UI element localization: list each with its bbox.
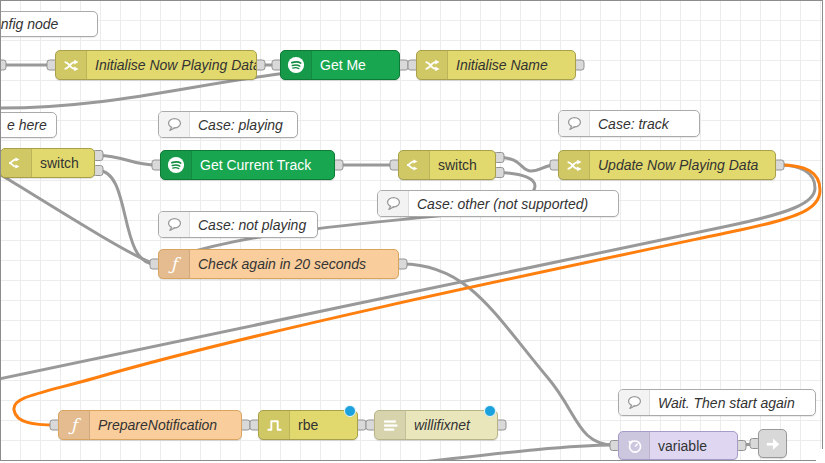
node-get-current-track[interactable]: Get Current Track — [160, 150, 335, 180]
node-label: config node — [0, 12, 97, 36]
changed-badge — [344, 405, 356, 417]
node-initialise-now-playing-data[interactable]: Initialise Now Playing Data — [55, 50, 257, 80]
function-icon: ƒ — [159, 250, 190, 278]
comment-icon — [619, 390, 650, 415]
comment-case-not-playing[interactable]: Case: not playing — [158, 211, 318, 238]
link-out-icon — [759, 430, 786, 457]
spotify-icon — [161, 151, 192, 179]
node-label: willifixnet — [406, 411, 497, 439]
node-label: Get Current Track — [192, 151, 334, 179]
comment-case-track[interactable]: Case: track — [558, 110, 700, 137]
node-check-again-in-20-seconds[interactable]: ƒCheck again in 20 seconds — [158, 249, 399, 279]
node-variable[interactable]: variable — [618, 431, 738, 460]
changed-badge — [484, 405, 496, 417]
node-label: Case: other (not supported) — [409, 191, 618, 216]
node-label: Initialise Now Playing Data — [87, 51, 256, 79]
shuffle-icon — [56, 51, 87, 79]
node-label: Get Me — [312, 51, 399, 79]
comment-icon — [159, 212, 190, 237]
comment-case-other[interactable]: Case: other (not supported) — [377, 190, 619, 217]
node-label: Check again in 20 seconds — [190, 250, 398, 278]
node-rbe[interactable]: rbe — [258, 410, 358, 440]
node-switch-1[interactable]: switch — [0, 148, 95, 178]
node-label: Case: playing — [190, 112, 297, 137]
node-label: variable — [650, 432, 737, 459]
node-label: switch — [32, 149, 94, 177]
node-switch-2[interactable]: switch — [398, 150, 496, 180]
wire-w6[interactable] — [98, 156, 157, 166]
node-link-out[interactable] — [758, 429, 787, 458]
shuffle-icon — [559, 151, 590, 179]
node-label: Wait. Then start again — [650, 390, 815, 415]
node-label: Update Now Playing Data — [590, 151, 775, 179]
shuffle-icon — [417, 51, 448, 79]
function-icon: ƒ — [59, 411, 90, 439]
pulse-icon — [259, 411, 290, 439]
node-label: switch — [430, 151, 495, 179]
timer-icon — [619, 432, 650, 459]
node-label: Case: not playing — [190, 212, 317, 237]
switch-icon — [399, 151, 430, 179]
node-label: PrepareNotification — [90, 411, 241, 439]
wire-w10[interactable] — [499, 158, 555, 172]
node-initialise-name[interactable]: Initialise Name — [416, 50, 576, 80]
comment-edit-here[interactable]: e here — [0, 112, 57, 138]
scrollbar-corner — [816, 449, 825, 463]
comment-icon — [159, 112, 190, 137]
node-update-now-playing-data[interactable]: Update Now Playing Data — [558, 150, 776, 180]
node-label: Initialise Name — [448, 51, 575, 79]
canvas-border-top — [0, 0, 823, 1]
comment-config-node[interactable]: config node — [0, 11, 98, 37]
flow-canvas[interactable]: config nodeInitialise Now Playing DataGe… — [0, 0, 825, 463]
canvas-border-left — [0, 0, 1, 461]
node-label: e here — [0, 113, 56, 137]
lines-icon — [375, 411, 406, 439]
node-get-me[interactable]: Get Me — [280, 50, 400, 80]
node-label: Case: track — [590, 111, 699, 136]
wire-w8[interactable] — [0, 168, 155, 264]
spotify-icon — [281, 51, 312, 79]
comment-icon — [559, 111, 590, 136]
comment-wait-then-start-again[interactable]: Wait. Then start again — [618, 389, 816, 416]
flow-editor: config nodeInitialise Now Playing DataGe… — [0, 0, 825, 463]
node-willifixnet[interactable]: willifixnet — [374, 410, 498, 440]
node-prepare-notification[interactable]: ƒPrepareNotification — [58, 410, 242, 440]
switch-icon — [1, 149, 32, 177]
comment-case-playing[interactable]: Case: playing — [158, 111, 298, 138]
comment-icon — [378, 191, 409, 216]
